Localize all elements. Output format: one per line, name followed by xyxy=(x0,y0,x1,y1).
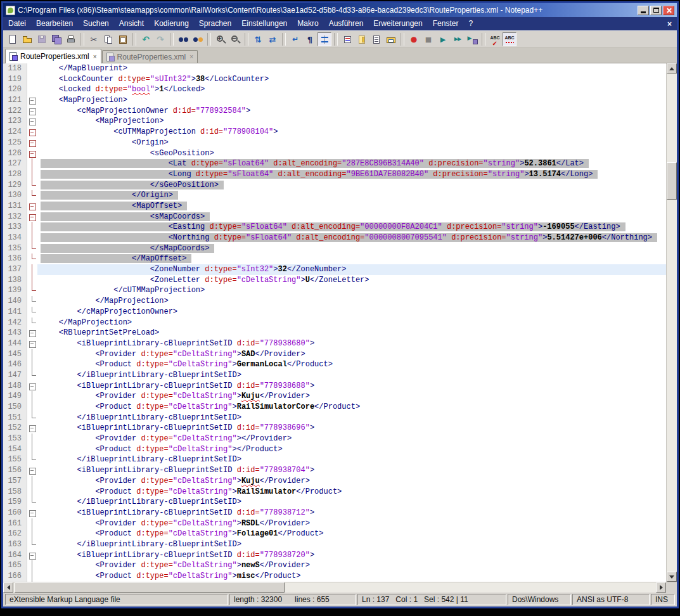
code-line-133[interactable]: 133 <Easting d:type="sFloat64" d:alt_enc… xyxy=(3,222,666,233)
code-line-124[interactable]: 124 <cUTMMapProjection d:id="778908104"> xyxy=(3,127,666,138)
vertical-scroll-thumb[interactable] xyxy=(667,162,677,200)
code-line-137[interactable]: 137 <ZoneNumber d:type="sInt32">32</Zone… xyxy=(3,264,666,275)
folder-workspace-icon[interactable] xyxy=(384,32,398,46)
fold-collapse-icon[interactable] xyxy=(27,95,37,106)
menu-item-help[interactable]: ? xyxy=(463,17,478,30)
code-line-122[interactable]: 122 <cMapProjectionOwner d:id="778932584… xyxy=(3,106,666,117)
code-line-139[interactable]: 139 </cUTMMapProjection> xyxy=(3,285,666,296)
code-line-161[interactable]: 161 <Provider d:type="cDeltaString">RSDL… xyxy=(3,518,666,529)
code-line-144[interactable]: 144 <iBlueprintLibrary-cBlueprintSetID d… xyxy=(3,338,666,349)
code-line-142[interactable]: 142 </MapProjection> xyxy=(3,318,666,328)
open-folder-icon[interactable] xyxy=(20,32,34,46)
code-line-120[interactable]: 120 <Locked d:type="bool">1</Locked> xyxy=(3,84,666,95)
code-line-149[interactable]: 149 <Provider d:type="cDeltaString">Kuju… xyxy=(3,391,666,402)
code-line-155[interactable]: 155 </iBlueprintLibrary-cBlueprintSetID> xyxy=(3,454,666,465)
vertical-scroll-track[interactable] xyxy=(667,74,677,572)
menu-item-ausfhren[interactable]: Ausführen xyxy=(324,17,369,30)
tab-close-icon[interactable]: × xyxy=(189,53,193,60)
minimize-button[interactable] xyxy=(638,6,649,15)
code-line-129[interactable]: 129 </sGeoPosition> xyxy=(3,180,666,191)
print-icon[interactable] xyxy=(64,32,78,46)
fold-collapse-icon[interactable] xyxy=(27,201,37,212)
fold-collapse-icon[interactable] xyxy=(27,106,37,117)
menu-item-fenster[interactable]: Fenster xyxy=(428,17,464,30)
copy-icon[interactable] xyxy=(101,32,115,46)
code-line-118[interactable]: 118 </MapBlueprint> xyxy=(3,63,666,74)
status-insert-mode[interactable]: INS xyxy=(651,594,675,605)
new-file-icon[interactable] xyxy=(6,32,20,46)
find-icon[interactable] xyxy=(176,32,190,46)
code-line-147[interactable]: 147 </iBlueprintLibrary-cBlueprintSetID> xyxy=(3,370,666,381)
code-line-123[interactable]: 123 <MapProjection> xyxy=(3,116,666,127)
menu-item-datei[interactable]: Datei xyxy=(3,17,31,30)
fold-collapse-icon[interactable] xyxy=(27,148,37,159)
function-list-icon[interactable] xyxy=(340,32,354,46)
macro-play-icon[interactable]: ▶ xyxy=(436,32,450,46)
show-all-chars-icon[interactable]: ¶ xyxy=(303,32,317,46)
code-line-141[interactable]: 141 </cMapProjectionOwner> xyxy=(3,307,666,318)
fold-collapse-icon[interactable] xyxy=(27,338,37,349)
sync-horizontal-icon[interactable]: ⇄ xyxy=(266,32,279,46)
scroll-left-button[interactable] xyxy=(3,582,13,593)
find-replace-icon[interactable] xyxy=(191,32,205,46)
code-line-164[interactable]: 164 <iBlueprintLibrary-cBlueprintSetID d… xyxy=(3,550,666,561)
save-icon[interactable] xyxy=(35,32,49,46)
fold-collapse-icon[interactable] xyxy=(27,423,37,433)
doc-map-icon[interactable] xyxy=(355,32,369,46)
save-all-icon[interactable] xyxy=(49,32,63,46)
editor-lines[interactable]: 118 </MapBlueprint>119 <LockCounter d:ty… xyxy=(3,63,666,582)
menu-item-erweiterungen[interactable]: Erweiterungen xyxy=(368,17,427,30)
menu-item-ansicht[interactable]: Ansicht xyxy=(114,17,149,30)
status-eol-format[interactable]: Dos\Windows xyxy=(508,594,571,605)
paste-icon[interactable] xyxy=(116,32,130,46)
code-line-160[interactable]: 160 <iBlueprintLibrary-cBlueprintSetID d… xyxy=(3,508,666,518)
tab-2[interactable]: RouteProperties.xml× xyxy=(102,50,198,63)
doc-list-icon[interactable] xyxy=(369,32,383,46)
fold-collapse-icon[interactable] xyxy=(27,381,37,392)
code-line-136[interactable]: 136 </MapOffset> xyxy=(3,253,666,264)
fold-collapse-icon[interactable] xyxy=(27,127,37,138)
code-line-140[interactable]: 140 </MapProjection> xyxy=(3,296,666,307)
code-line-143[interactable]: 143 <RBlueprintSetPreLoad> xyxy=(3,328,666,338)
macro-stop-icon[interactable]: ■ xyxy=(421,32,435,46)
horizontal-scrollbar[interactable] xyxy=(3,582,666,593)
code-line-162[interactable]: 162 <Product d:type="cDeltaString">Folia… xyxy=(3,529,666,539)
tab-1[interactable]: RouteProperties.xml× xyxy=(5,49,101,63)
code-line-163[interactable]: 163 </iBlueprintLibrary-cBlueprintSetID> xyxy=(3,539,666,550)
code-line-121[interactable]: 121 <MapProjection> xyxy=(3,95,666,106)
code-line-145[interactable]: 145 <Provider d:type="cDeltaString">SAD<… xyxy=(3,349,666,360)
menu-item-suchen[interactable]: Suchen xyxy=(78,17,114,30)
spell-check-icon[interactable]: ABC xyxy=(488,32,502,46)
code-line-154[interactable]: 154 <Product d:type="cDeltaString"></Pro… xyxy=(3,444,666,455)
scroll-right-button[interactable] xyxy=(656,582,666,593)
code-line-151[interactable]: 151 </iBlueprintLibrary-cBlueprintSetID> xyxy=(3,413,666,423)
sync-vertical-icon[interactable]: ⇅ xyxy=(251,32,265,46)
code-line-127[interactable]: 127 <Lat d:type="sFloat64" d:alt_encodin… xyxy=(3,158,666,169)
code-line-131[interactable]: 131 <MapOffset> xyxy=(3,201,666,212)
code-line-156[interactable]: 156 <iBlueprintLibrary-cBlueprintSetID d… xyxy=(3,465,666,476)
zoom-out-icon[interactable]: − xyxy=(228,32,242,46)
macro-run-multiple-icon[interactable]: ▶▶ xyxy=(451,32,465,46)
tab-close-icon[interactable]: × xyxy=(93,53,97,60)
menu-item-kodierung[interactable]: Kodierung xyxy=(149,17,194,30)
vertical-scrollbar[interactable] xyxy=(666,63,677,582)
code-line-150[interactable]: 150 <Product d:type="cDeltaString">RailS… xyxy=(3,402,666,413)
code-line-148[interactable]: 148 <iBlueprintLibrary-cBlueprintSetID d… xyxy=(3,381,666,392)
cut-icon[interactable]: ✂ xyxy=(87,32,101,46)
code-line-130[interactable]: 130 </Origin> xyxy=(3,190,666,201)
code-line-134[interactable]: 134 <Northing d:type="sFloat64" d:alt_en… xyxy=(3,233,666,243)
indent-guide-icon[interactable] xyxy=(318,32,331,46)
code-line-138[interactable]: 138 <ZoneLetter d:type="cDeltaString">U<… xyxy=(3,275,666,286)
fold-collapse-icon[interactable] xyxy=(27,116,37,127)
menu-close-icon[interactable]: × xyxy=(667,20,672,29)
status-encoding[interactable]: ANSI as UTF-8 xyxy=(572,594,650,605)
code-line-125[interactable]: 125 <Origin> xyxy=(3,138,666,148)
fold-collapse-icon[interactable] xyxy=(27,508,37,518)
macro-record-icon[interactable]: ● xyxy=(407,32,421,46)
word-wrap-icon[interactable]: ↵ xyxy=(288,32,302,46)
scroll-down-button[interactable] xyxy=(667,572,677,582)
fold-collapse-icon[interactable] xyxy=(27,212,37,222)
macro-save-icon[interactable]: ▶ xyxy=(465,32,479,46)
code-line-132[interactable]: 132 <sMapCoords> xyxy=(3,212,666,222)
menu-item-makro[interactable]: Makro xyxy=(292,17,323,30)
